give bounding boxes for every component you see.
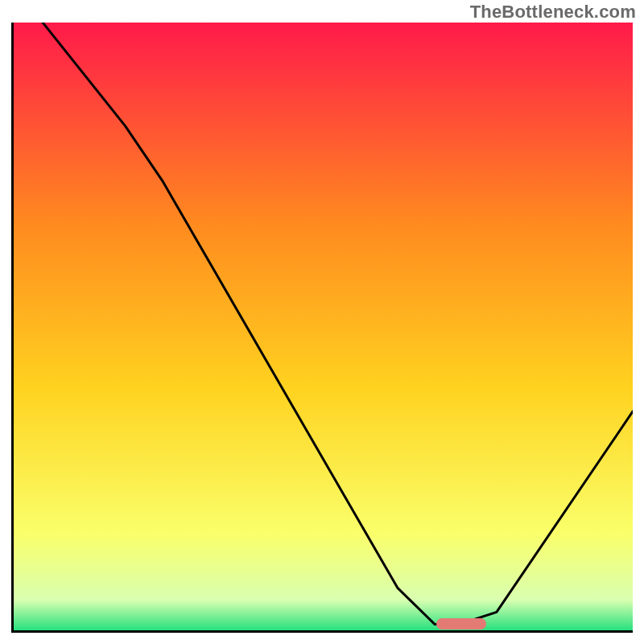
chart-svg bbox=[14, 23, 633, 630]
watermark-text: TheBottleneck.com bbox=[470, 2, 636, 23]
gradient-background bbox=[14, 23, 633, 630]
optimal-range-marker bbox=[436, 618, 486, 630]
chart-canvas: TheBottleneck.com bbox=[0, 0, 644, 644]
plot-area bbox=[11, 23, 633, 633]
